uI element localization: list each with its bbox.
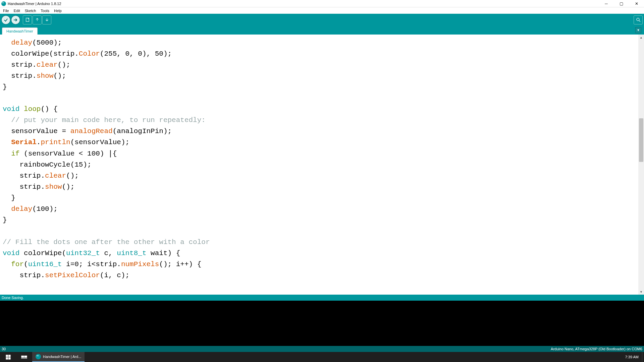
scroll-down-icon[interactable]: ▼ bbox=[638, 289, 644, 295]
svg-rect-8 bbox=[6, 357, 8, 359]
verify-button[interactable] bbox=[1, 15, 10, 24]
arduino-icon bbox=[36, 354, 41, 359]
footer-bar: 30 Arduino Nano, ATmega328P (Old Bootloa… bbox=[0, 346, 644, 352]
maximize-button[interactable]: ▢ bbox=[614, 0, 629, 7]
start-button[interactable] bbox=[0, 352, 16, 362]
windows-taskbar: HandwashTimer | Ard... 7:39 AM bbox=[0, 352, 644, 362]
line-number: 30 bbox=[2, 347, 6, 351]
arduino-icon bbox=[1, 1, 6, 6]
code-editor[interactable]: delay(5000); colorWipe(strip.Color(255, … bbox=[0, 35, 638, 295]
show-desktop-button[interactable] bbox=[642, 352, 644, 362]
output-console[interactable] bbox=[0, 301, 644, 346]
vertical-scrollbar[interactable]: ▲ ▼ bbox=[638, 35, 644, 295]
close-button[interactable]: ✕ bbox=[629, 0, 644, 7]
menu-sketch[interactable]: Sketch bbox=[22, 8, 39, 13]
toolbar bbox=[0, 14, 644, 26]
task-view-button[interactable] bbox=[16, 352, 32, 362]
menu-file[interactable]: File bbox=[1, 8, 11, 13]
save-button[interactable] bbox=[42, 15, 51, 24]
menu-help[interactable]: Help bbox=[52, 8, 64, 13]
scroll-up-icon[interactable]: ▲ bbox=[638, 35, 644, 40]
svg-point-4 bbox=[637, 18, 639, 21]
svg-rect-11 bbox=[24, 356, 27, 357]
tabbar: HandwashTimer ▼ bbox=[0, 26, 644, 35]
menubar: FileEditSketchToolsHelp bbox=[0, 7, 644, 14]
taskbar-app-arduino[interactable]: HandwashTimer | Ard... bbox=[32, 352, 85, 362]
svg-rect-9 bbox=[8, 357, 10, 359]
svg-rect-1 bbox=[26, 18, 29, 22]
tab-menu-button[interactable]: ▼ bbox=[635, 27, 641, 33]
menu-edit[interactable]: Edit bbox=[11, 8, 22, 13]
board-info: Arduino Nano, ATmega328P (Old Bootloader… bbox=[551, 347, 642, 351]
sketch-tab[interactable]: HandwashTimer bbox=[2, 27, 38, 35]
serial-monitor-button[interactable] bbox=[634, 15, 643, 24]
window-titlebar: HandwashTimer | Arduino 1.8.12 ─ ▢ ✕ bbox=[0, 0, 644, 7]
scroll-thumb[interactable] bbox=[639, 118, 643, 162]
svg-rect-10 bbox=[21, 356, 24, 357]
minimize-button[interactable]: ─ bbox=[599, 0, 614, 7]
svg-rect-6 bbox=[6, 355, 8, 357]
new-button[interactable] bbox=[23, 15, 32, 24]
menu-tools[interactable]: Tools bbox=[38, 8, 52, 13]
taskbar-app-label: HandwashTimer | Ard... bbox=[43, 355, 81, 359]
status-text: Done Saving. bbox=[2, 296, 24, 300]
svg-rect-7 bbox=[8, 355, 10, 357]
taskbar-clock[interactable]: 7:39 AM bbox=[622, 355, 642, 359]
open-button[interactable] bbox=[33, 15, 42, 24]
window-title: HandwashTimer | Arduino 1.8.12 bbox=[8, 2, 61, 6]
status-bar: Done Saving. bbox=[0, 295, 644, 301]
upload-button[interactable] bbox=[11, 15, 20, 24]
svg-line-5 bbox=[639, 20, 640, 22]
